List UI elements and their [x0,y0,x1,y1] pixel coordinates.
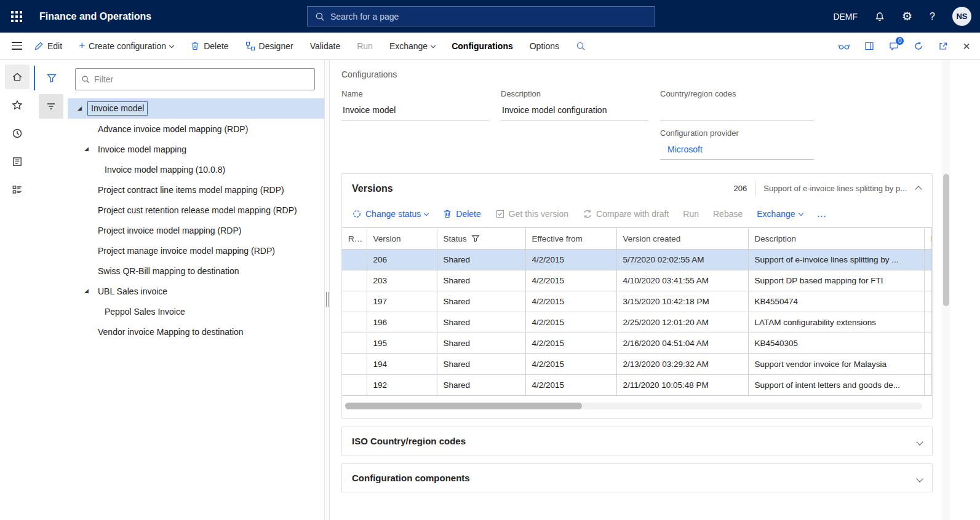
tree-item[interactable]: ◢Invoice model mapping [68,139,324,159]
tree-item[interactable]: Invoice model mapping (10.0.8) [68,159,324,179]
refresh-button[interactable] [914,41,923,51]
nav-rail [0,60,34,520]
more-commands-button[interactable]: … [817,208,827,219]
tree-item[interactable]: ◢Invoice model [68,98,324,119]
row-select-cell[interactable] [342,291,367,312]
tree-item[interactable]: Project invoice model mapping (RDP) [68,220,324,240]
trash-icon [190,41,200,51]
col-version[interactable]: Version [367,228,437,250]
version-row[interactable]: 196Shared4/2/20152/25/2020 12:01:20 AMLA… [342,312,932,333]
tree-item[interactable]: ◢UBL Sales invoice [68,281,324,301]
description-value[interactable]: Invoice model configuration [501,103,648,120]
vertical-scrollbar[interactable] [942,60,950,520]
preview-button[interactable] [839,41,850,52]
version-row[interactable]: 194Shared4/2/20152/13/2020 03:29:32 AMSu… [342,354,932,375]
tree-item[interactable]: Project cust retention release model map… [68,200,324,220]
global-search-input[interactable] [330,12,647,22]
designer-button[interactable]: Designer [245,41,293,51]
company-picker[interactable]: DEMF [824,0,866,33]
row-select-cell[interactable] [342,250,367,270]
global-search-box[interactable] [307,6,655,26]
version-row[interactable]: 197Shared4/2/20153/15/2020 10:42:18 PMKB… [342,291,932,312]
open-in-new-window-button[interactable] [938,41,948,51]
favorites-button[interactable] [5,93,30,117]
search-icon [81,75,90,84]
name-value[interactable]: Invoice model [341,103,489,120]
change-status-button[interactable]: Change status [352,209,428,219]
recent-button[interactable] [5,121,30,146]
tree-item[interactable]: Project manage invoice model mapping (RD… [68,240,324,261]
effective-from-cell: 4/2/2015 [525,354,616,375]
tree-item[interactable]: Project contract line items model mappin… [68,179,324,200]
expanded-triangle-icon[interactable]: ◢ [84,288,98,294]
tree-filter-box[interactable] [75,68,315,90]
delete-button[interactable]: Delete [190,41,228,51]
modules-button[interactable] [5,178,30,202]
expanded-triangle-icon[interactable]: ◢ [84,146,98,152]
description-cell: Support DP based mapping for FTI [748,270,924,291]
open-side-panel-button[interactable] [864,41,874,51]
collapse-button[interactable] [915,184,922,194]
versions-header[interactable]: Versions 206 Support of e-invoice lines … [342,174,932,203]
version-cell: 194 [367,354,437,375]
actionbar-search-button[interactable] [576,41,586,51]
col-version-created[interactable]: Version created [616,228,748,250]
row-select-cell[interactable] [342,312,367,333]
tree-item[interactable]: Swiss QR-Bill mapping to destination [68,261,324,281]
create-configuration-label: Create configuration [89,41,166,51]
expand-button[interactable] [917,473,922,483]
tree-item[interactable]: Advance invoice model mapping (RDP) [68,119,324,139]
row-select-cell[interactable] [342,333,367,354]
hamburger-icon [12,42,22,50]
delete-version-button[interactable]: Delete [442,209,480,219]
configurations-tree-panel: ◢Invoice modelAdvance invoice model mapp… [68,60,324,520]
chevron-down-icon [916,475,923,482]
tab-configurations[interactable]: Configurations [452,41,513,51]
row-select-cell[interactable] [342,354,367,375]
iso-country-region-section[interactable]: ISO Country/region codes [341,427,933,455]
tree-filter-input[interactable] [94,74,309,84]
app-launcher-button[interactable] [0,0,33,33]
edit-button[interactable]: Edit [34,41,62,51]
panel-splitter[interactable] [324,60,330,520]
settings-button[interactable]: ⚙ [893,0,921,33]
filter-funnel-icon[interactable] [471,234,480,243]
col-status[interactable]: Status [437,228,525,250]
help-button[interactable]: ? [921,0,944,33]
row-select-cell[interactable] [342,270,367,291]
workspaces-button[interactable] [5,149,30,174]
tree-item-label: Advance invoice model mapping (RDP) [98,124,248,134]
messages-button[interactable]: 0 [889,41,899,51]
version-row[interactable]: 203Shared4/2/20154/10/2020 03:41:55 AMSu… [342,270,932,291]
vertical-scrollbar-thumb[interactable] [943,174,949,306]
version-row[interactable]: 206Shared4/2/20155/7/2020 02:02:55 AMSup… [342,250,932,270]
col-effective-from[interactable]: Effective from [525,228,616,250]
tree-view-toggle-button[interactable] [39,94,63,119]
col-record[interactable]: R... [342,228,367,250]
configuration-provider-link[interactable]: Microsoft [660,143,814,160]
exchange-menu-button[interactable]: Exchange [389,41,435,51]
nav-menu-button[interactable] [0,42,34,50]
home-button[interactable] [5,65,30,89]
configuration-provider-label: Configuration provider [660,128,814,138]
notifications-button[interactable] [866,0,893,33]
tree-filter-button[interactable] [39,66,64,90]
tree-item[interactable]: Vendor invoice Mapping to destination [68,321,324,342]
horizontal-scrollbar-thumb[interactable] [345,403,582,409]
expand-button[interactable] [917,436,922,446]
create-configuration-button[interactable]: + Create configuration [79,41,173,51]
version-row[interactable]: 192Shared4/2/20152/11/2020 10:05:48 PMSu… [342,375,932,396]
row-select-cell[interactable] [342,375,367,396]
country-region-value[interactable] [660,103,814,120]
tree-item[interactable]: Peppol Sales Invoice [68,301,324,321]
exchange-version-button[interactable]: Exchange [757,209,802,219]
account-button[interactable]: NS [944,0,980,33]
configuration-components-section[interactable]: Configuration components [341,463,933,492]
col-extra[interactable]: B... [924,228,932,250]
horizontal-scrollbar[interactable] [345,403,922,409]
version-row[interactable]: 195Shared4/2/20152/16/2020 04:51:04 AMKB… [342,333,932,354]
close-button[interactable]: × [963,40,970,52]
validate-button[interactable]: Validate [310,41,341,51]
options-menu-button[interactable]: Options [530,41,559,51]
col-description[interactable]: Description [748,228,924,250]
